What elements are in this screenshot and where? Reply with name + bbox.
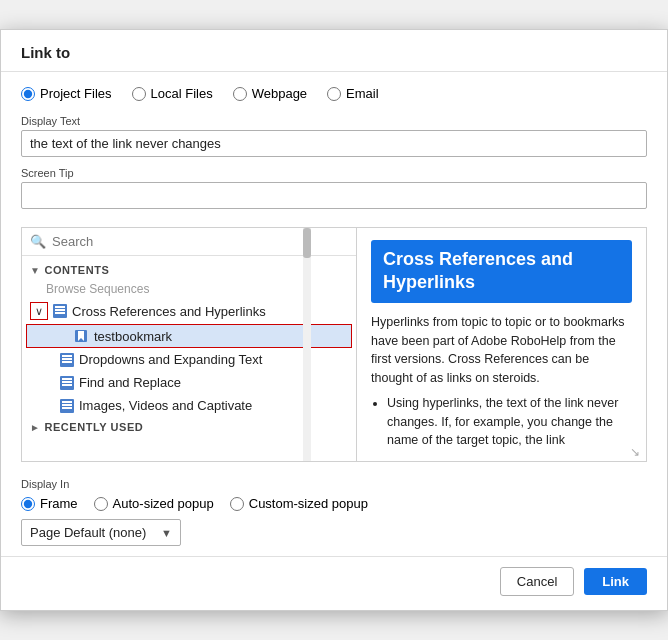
dialog-footer: Cancel Link bbox=[1, 556, 667, 610]
resize-icon: ↘ bbox=[630, 445, 640, 459]
radio-custom-popup[interactable]: Custom-sized popup bbox=[230, 496, 368, 511]
dropdown-row: Page Default (none) ▼ bbox=[1, 519, 667, 556]
radio-auto-popup[interactable]: Auto-sized popup bbox=[94, 496, 214, 511]
resize-handle[interactable]: ↘ bbox=[630, 445, 642, 457]
display-text-label: Display Text bbox=[21, 115, 647, 127]
dialog-body: Project Files Local Files Webpage Email … bbox=[1, 72, 667, 227]
recently-used-chevron: ► bbox=[30, 422, 40, 433]
display-in-section: Display In Frame Auto-sized popup Custom… bbox=[1, 468, 667, 519]
expand-button-cross-references[interactable]: ∨ bbox=[30, 302, 48, 320]
link-button[interactable]: Link bbox=[584, 568, 647, 595]
page-icon-cross-references bbox=[53, 304, 67, 318]
page-icon-dropdowns bbox=[60, 353, 74, 367]
display-in-label: Display In bbox=[21, 478, 647, 490]
search-icon: 🔍 bbox=[30, 234, 46, 249]
link-type-row: Project Files Local Files Webpage Email bbox=[21, 86, 647, 101]
right-panel-body: Hyperlinks from topic to topic or to boo… bbox=[371, 313, 632, 450]
link-to-dialog: Link to Project Files Local Files Webpag… bbox=[0, 29, 668, 611]
screen-tip-label: Screen Tip bbox=[21, 167, 647, 179]
contents-chevron-down: ▼ bbox=[30, 265, 40, 276]
display-in-row: Frame Auto-sized popup Custom-sized popu… bbox=[21, 496, 647, 511]
bookmark-icon bbox=[73, 328, 89, 344]
page-icon-images bbox=[60, 399, 74, 413]
display-text-input[interactable] bbox=[21, 130, 647, 157]
scrollbar-thumb[interactable] bbox=[303, 228, 311, 258]
radio-email[interactable]: Email bbox=[327, 86, 379, 101]
right-panel: Cross References and Hyperlinks Hyperlin… bbox=[357, 228, 646, 461]
right-panel-bullet: Using hyperlinks, the text of the link n… bbox=[387, 394, 632, 450]
page-default-dropdown[interactable]: Page Default (none) ▼ bbox=[21, 519, 181, 546]
radio-local-files[interactable]: Local Files bbox=[132, 86, 213, 101]
dialog-title: Link to bbox=[1, 30, 667, 72]
main-area: 🔍 ▼ CONTENTS Browse Sequences ∨ C bbox=[21, 227, 647, 462]
radio-webpage[interactable]: Webpage bbox=[233, 86, 307, 101]
cancel-button[interactable]: Cancel bbox=[500, 567, 574, 596]
scrollbar-track[interactable] bbox=[303, 228, 311, 461]
radio-frame[interactable]: Frame bbox=[21, 496, 78, 511]
right-panel-title: Cross References and Hyperlinks bbox=[371, 240, 632, 303]
page-icon-find-replace bbox=[60, 376, 74, 390]
radio-project-files[interactable]: Project Files bbox=[21, 86, 112, 101]
chevron-down-icon: ▼ bbox=[161, 527, 172, 539]
screen-tip-input[interactable] bbox=[21, 182, 647, 209]
